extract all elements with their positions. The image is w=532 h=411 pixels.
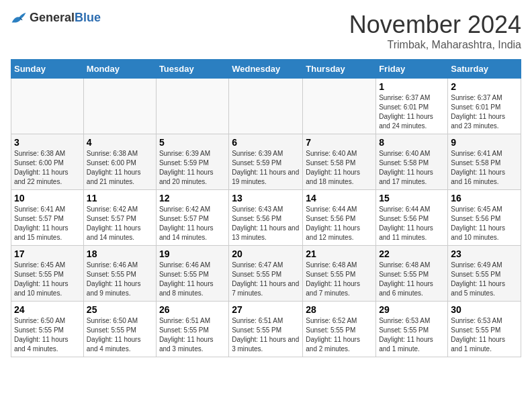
calendar-cell: 30Sunrise: 6:53 AM Sunset: 5:55 PM Dayli… xyxy=(448,302,521,357)
calendar-table: SundayMondayTuesdayWednesdayThursdayFrid… xyxy=(11,59,521,357)
calendar-week-row: 17Sunrise: 6:45 AM Sunset: 5:55 PM Dayli… xyxy=(11,246,521,302)
day-number: 13 xyxy=(232,193,300,203)
weekday-header: Wednesday xyxy=(229,60,303,79)
day-number: 7 xyxy=(306,137,373,148)
day-info: Sunrise: 6:50 AM Sunset: 5:55 PM Dayligh… xyxy=(87,316,153,354)
day-info: Sunrise: 6:41 AM Sunset: 5:57 PM Dayligh… xyxy=(14,205,81,242)
day-info: Sunrise: 6:50 AM Sunset: 5:55 PM Dayligh… xyxy=(14,316,81,354)
weekday-header-row: SundayMondayTuesdayWednesdayThursdayFrid… xyxy=(11,60,521,79)
calendar-cell: 12Sunrise: 6:42 AM Sunset: 5:57 PM Dayli… xyxy=(156,190,228,246)
day-info: Sunrise: 6:40 AM Sunset: 5:58 PM Dayligh… xyxy=(306,149,373,187)
calendar-cell: 10Sunrise: 6:41 AM Sunset: 5:57 PM Dayli… xyxy=(11,190,84,246)
calendar-cell: 4Sunrise: 6:38 AM Sunset: 6:00 PM Daylig… xyxy=(83,134,156,190)
calendar-cell: 7Sunrise: 6:40 AM Sunset: 5:58 PM Daylig… xyxy=(303,134,376,190)
day-info: Sunrise: 6:52 AM Sunset: 5:55 PM Dayligh… xyxy=(306,316,373,354)
month-title: November 2024 xyxy=(349,11,521,39)
calendar-cell: 22Sunrise: 6:48 AM Sunset: 5:55 PM Dayli… xyxy=(376,246,448,302)
day-number: 24 xyxy=(14,304,81,315)
day-number: 20 xyxy=(232,248,300,259)
logo: GeneralBlue xyxy=(11,11,101,25)
day-number: 12 xyxy=(159,193,226,203)
weekday-header: Friday xyxy=(376,60,448,79)
day-info: Sunrise: 6:44 AM Sunset: 5:56 PM Dayligh… xyxy=(306,205,373,242)
calendar-cell: 21Sunrise: 6:48 AM Sunset: 5:55 PM Dayli… xyxy=(303,246,376,302)
day-number: 17 xyxy=(14,248,81,259)
day-number: 3 xyxy=(14,137,81,148)
day-info: Sunrise: 6:44 AM Sunset: 5:56 PM Dayligh… xyxy=(379,205,445,242)
calendar-week-row: 3Sunrise: 6:38 AM Sunset: 6:00 PM Daylig… xyxy=(11,134,521,190)
logo-bird-icon xyxy=(11,11,27,25)
day-number: 1 xyxy=(379,81,445,92)
logo-text: GeneralBlue xyxy=(30,11,101,25)
day-info: Sunrise: 6:45 AM Sunset: 5:55 PM Dayligh… xyxy=(14,261,81,298)
location-title: Trimbak, Maharashtra, India xyxy=(349,39,521,51)
calendar-cell: 20Sunrise: 6:47 AM Sunset: 5:55 PM Dayli… xyxy=(229,246,303,302)
calendar-cell xyxy=(83,79,156,134)
day-info: Sunrise: 6:45 AM Sunset: 5:56 PM Dayligh… xyxy=(451,205,518,242)
calendar-cell: 13Sunrise: 6:43 AM Sunset: 5:56 PM Dayli… xyxy=(229,190,303,246)
day-info: Sunrise: 6:51 AM Sunset: 5:55 PM Dayligh… xyxy=(159,316,226,354)
day-number: 2 xyxy=(451,81,518,92)
day-number: 30 xyxy=(451,304,518,315)
day-info: Sunrise: 6:40 AM Sunset: 5:58 PM Dayligh… xyxy=(379,149,445,187)
calendar-week-row: 10Sunrise: 6:41 AM Sunset: 5:57 PM Dayli… xyxy=(11,190,521,246)
day-number: 8 xyxy=(379,137,445,148)
day-number: 9 xyxy=(451,137,518,148)
day-number: 19 xyxy=(159,248,226,259)
calendar-cell xyxy=(11,79,84,134)
calendar-cell: 27Sunrise: 6:51 AM Sunset: 5:55 PM Dayli… xyxy=(229,302,303,357)
calendar-cell: 28Sunrise: 6:52 AM Sunset: 5:55 PM Dayli… xyxy=(303,302,376,357)
day-number: 22 xyxy=(379,248,445,259)
weekday-header: Monday xyxy=(83,60,156,79)
day-number: 29 xyxy=(379,304,445,315)
day-info: Sunrise: 6:39 AM Sunset: 5:59 PM Dayligh… xyxy=(232,149,300,187)
calendar-cell: 15Sunrise: 6:44 AM Sunset: 5:56 PM Dayli… xyxy=(376,190,448,246)
day-number: 14 xyxy=(306,193,373,203)
weekday-header: Thursday xyxy=(303,60,376,79)
page-header: GeneralBlue November 2024 Trimbak, Mahar… xyxy=(11,11,521,51)
day-number: 26 xyxy=(159,304,226,315)
calendar-cell: 29Sunrise: 6:53 AM Sunset: 5:55 PM Dayli… xyxy=(376,302,448,357)
calendar-cell: 2Sunrise: 6:37 AM Sunset: 6:01 PM Daylig… xyxy=(448,79,521,134)
calendar-cell xyxy=(303,79,376,134)
calendar-cell: 19Sunrise: 6:46 AM Sunset: 5:55 PM Dayli… xyxy=(156,246,228,302)
calendar-week-row: 1Sunrise: 6:37 AM Sunset: 6:01 PM Daylig… xyxy=(11,79,521,134)
day-number: 25 xyxy=(87,304,153,315)
day-info: Sunrise: 6:51 AM Sunset: 5:55 PM Dayligh… xyxy=(232,316,300,354)
day-number: 5 xyxy=(159,137,226,148)
calendar-cell: 18Sunrise: 6:46 AM Sunset: 5:55 PM Dayli… xyxy=(83,246,156,302)
calendar-cell: 11Sunrise: 6:42 AM Sunset: 5:57 PM Dayli… xyxy=(83,190,156,246)
calendar-cell xyxy=(156,79,228,134)
day-number: 11 xyxy=(87,193,153,203)
day-info: Sunrise: 6:39 AM Sunset: 5:59 PM Dayligh… xyxy=(159,149,226,187)
day-info: Sunrise: 6:37 AM Sunset: 6:01 PM Dayligh… xyxy=(451,93,518,131)
day-info: Sunrise: 6:49 AM Sunset: 5:55 PM Dayligh… xyxy=(451,261,518,298)
day-number: 6 xyxy=(232,137,300,148)
day-info: Sunrise: 6:46 AM Sunset: 5:55 PM Dayligh… xyxy=(159,261,226,298)
day-number: 10 xyxy=(14,193,81,203)
day-info: Sunrise: 6:47 AM Sunset: 5:55 PM Dayligh… xyxy=(232,261,300,298)
day-info: Sunrise: 6:42 AM Sunset: 5:57 PM Dayligh… xyxy=(87,205,153,242)
title-area: November 2024 Trimbak, Maharashtra, Indi… xyxy=(349,11,521,51)
day-number: 23 xyxy=(451,248,518,259)
calendar-cell xyxy=(229,79,303,134)
day-info: Sunrise: 6:53 AM Sunset: 5:55 PM Dayligh… xyxy=(451,316,518,354)
calendar-cell: 9Sunrise: 6:41 AM Sunset: 5:58 PM Daylig… xyxy=(448,134,521,190)
day-info: Sunrise: 6:38 AM Sunset: 6:00 PM Dayligh… xyxy=(87,149,153,187)
day-info: Sunrise: 6:37 AM Sunset: 6:01 PM Dayligh… xyxy=(379,93,445,131)
weekday-header: Tuesday xyxy=(156,60,228,79)
day-number: 28 xyxy=(306,304,373,315)
calendar-cell: 3Sunrise: 6:38 AM Sunset: 6:00 PM Daylig… xyxy=(11,134,84,190)
day-number: 27 xyxy=(232,304,300,315)
day-info: Sunrise: 6:46 AM Sunset: 5:55 PM Dayligh… xyxy=(87,261,153,298)
day-info: Sunrise: 6:48 AM Sunset: 5:55 PM Dayligh… xyxy=(379,261,445,298)
calendar-cell: 1Sunrise: 6:37 AM Sunset: 6:01 PM Daylig… xyxy=(376,79,448,134)
day-number: 16 xyxy=(451,193,518,203)
day-info: Sunrise: 6:38 AM Sunset: 6:00 PM Dayligh… xyxy=(14,149,81,187)
weekday-header: Saturday xyxy=(448,60,521,79)
calendar-week-row: 24Sunrise: 6:50 AM Sunset: 5:55 PM Dayli… xyxy=(11,302,521,357)
day-number: 4 xyxy=(87,137,153,148)
day-info: Sunrise: 6:48 AM Sunset: 5:55 PM Dayligh… xyxy=(306,261,373,298)
day-info: Sunrise: 6:41 AM Sunset: 5:58 PM Dayligh… xyxy=(451,149,518,187)
calendar-cell: 5Sunrise: 6:39 AM Sunset: 5:59 PM Daylig… xyxy=(156,134,228,190)
